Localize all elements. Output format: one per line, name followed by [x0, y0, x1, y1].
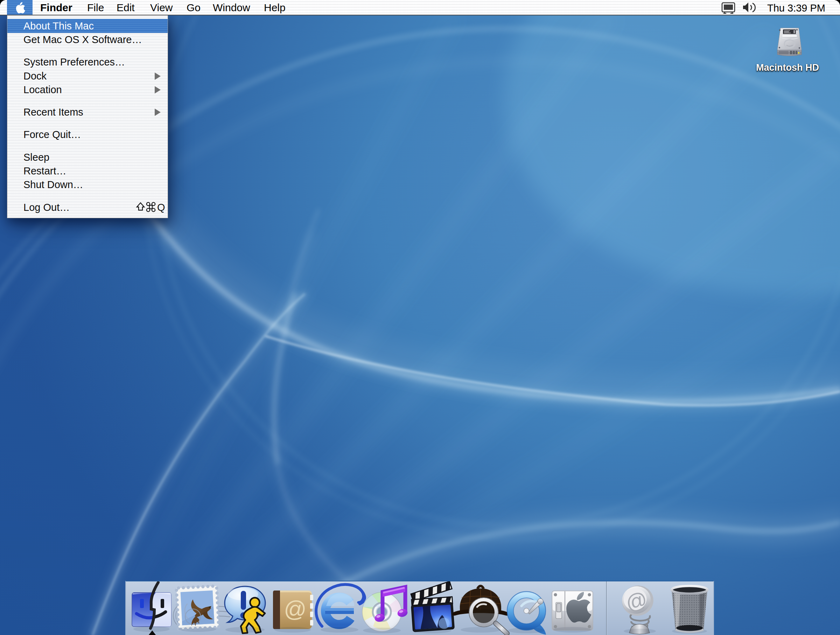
svg-text:Q: Q — [157, 202, 165, 213]
svg-text:@: @ — [284, 597, 306, 622]
